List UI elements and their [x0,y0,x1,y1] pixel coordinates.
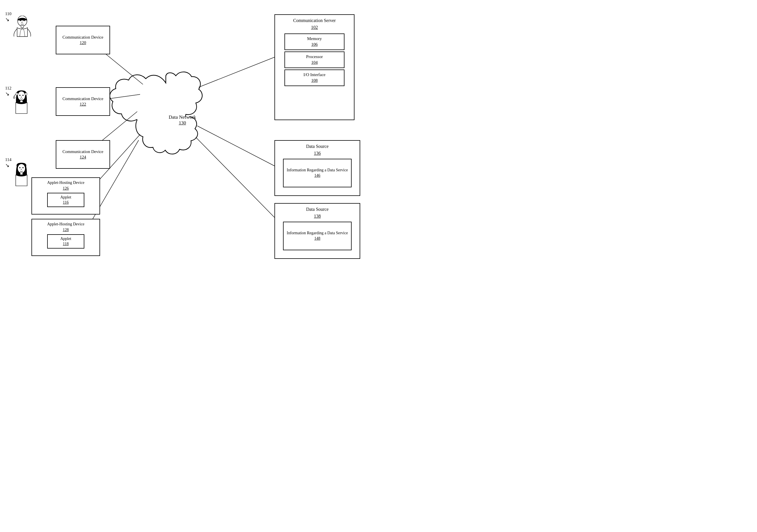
comm-device-120: Communication Device 120 [56,26,110,54]
svg-point-10 [23,20,25,21]
info-data-service-148: Information Regarding a Data Service 148 [283,222,351,250]
svg-rect-19 [20,100,22,102]
person-112 [10,90,33,120]
processor-104: Processor 104 [285,51,345,68]
person-114 [10,163,33,192]
svg-rect-17 [25,93,27,95]
data-source-138: Data Source 138 Information Regarding a … [274,203,360,259]
data-source-136: Data Source 136 Information Regarding a … [274,140,360,196]
applet-116: Applet 116 [47,193,84,207]
memory-106: Memory 106 [285,33,345,50]
svg-line-5 [199,57,274,87]
svg-point-9 [20,20,21,21]
svg-line-7 [196,137,274,217]
svg-point-18 [14,97,15,98]
diagram-container: Data Network 130 110 ↘ [0,0,378,266]
ref-110: 110 ↘ [5,12,12,23]
svg-point-23 [22,167,24,169]
svg-rect-24 [20,173,22,174]
svg-point-14 [19,95,20,96]
applet-hosting-device-126: Applet-Hosting Device 126 Applet 116 [31,177,100,214]
person-110 [11,16,34,46]
io-interface-108: I/O Interface 108 [285,70,345,86]
svg-point-22 [19,167,20,169]
applet-118: Applet 118 [47,234,84,249]
svg-rect-11 [21,26,23,28]
applet-hosting-device-128: Applet-Hosting Device 128 Applet 118 [31,219,100,256]
comm-server-102: Communication Server 102 Memory 106 Proc… [274,14,354,120]
comm-device-122: Communication Device 122 [56,87,110,116]
svg-point-15 [22,95,24,96]
svg-point-13 [18,92,25,100]
svg-line-6 [197,126,274,166]
svg-rect-16 [16,93,18,95]
comm-device-124: Communication Device 124 [56,140,110,169]
info-data-service-146: Information Regarding a Data Service 146 [283,159,351,187]
data-network-label: Data Network 130 [169,114,196,126]
